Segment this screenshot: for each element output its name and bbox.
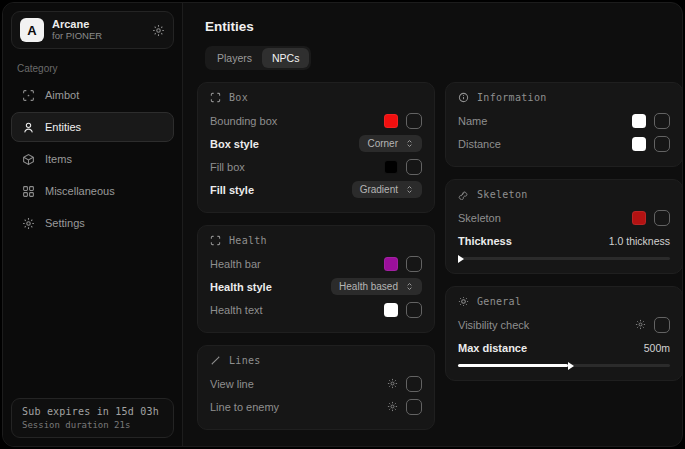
- setting-row: Max distance 500m: [458, 336, 670, 359]
- setting-row: Fill box: [210, 155, 422, 178]
- sun-icon: [458, 296, 469, 307]
- gear-icon[interactable]: [152, 24, 165, 37]
- card-title: Skeleton: [477, 189, 528, 200]
- sidebar-item-settings[interactable]: Settings: [11, 208, 174, 238]
- checkbox[interactable]: [406, 302, 422, 318]
- max-distance-slider[interactable]: [458, 364, 670, 367]
- setting-row: Health bar: [210, 252, 422, 275]
- health-style-dropdown[interactable]: Health based: [331, 278, 422, 295]
- category-label: Category: [17, 63, 168, 74]
- main-panel: Entities Players NPCs Box Bounding box: [183, 3, 683, 446]
- gear-icon[interactable]: [635, 319, 646, 330]
- items-cube-icon: [22, 153, 35, 166]
- gear-icon[interactable]: [387, 401, 398, 412]
- color-swatch[interactable]: [632, 211, 646, 225]
- aimbot-crosshair-icon: [22, 89, 35, 102]
- gear-icon[interactable]: [387, 378, 398, 389]
- setting-row: Fill style Gradient: [210, 178, 422, 201]
- sidebar-item-entities[interactable]: Entities: [11, 112, 174, 142]
- tab-npcs[interactable]: NPCs: [262, 48, 309, 68]
- card-title: Box: [229, 92, 248, 103]
- chevron-up-down-icon: [405, 139, 414, 148]
- subscription-info-card: Sub expires in 15d 03h Session duration …: [11, 398, 174, 438]
- page-title: Entities: [205, 19, 683, 34]
- checkbox[interactable]: [406, 376, 422, 392]
- sub-expiry-text: Sub expires in 15d 03h: [22, 406, 163, 417]
- setting-row: Visibility check: [458, 313, 670, 336]
- checkbox[interactable]: [406, 256, 422, 272]
- diagonal-line-icon: [210, 355, 221, 366]
- skeleton-card: Skeleton Skeleton Thickness 1.0 thicknes…: [445, 179, 683, 274]
- slider-thumb[interactable]: [568, 362, 574, 370]
- entity-tabs: Players NPCs: [205, 46, 311, 70]
- checkbox[interactable]: [654, 136, 670, 152]
- miscellaneous-grid-icon: [22, 185, 35, 198]
- box-card: Box Bounding box Box style Corner: [197, 82, 435, 213]
- settings-gear-icon: [22, 217, 35, 230]
- general-card: General Visibility check Max distance: [445, 286, 683, 381]
- app-window: A Arcane for PIONER Category Aimbot: [2, 2, 683, 447]
- sidebar-item-label: Settings: [45, 217, 85, 229]
- setting-row: Skeleton: [458, 206, 670, 229]
- lines-card: Lines View line Line to enemy: [197, 345, 435, 430]
- tab-players[interactable]: Players: [207, 48, 262, 68]
- color-swatch[interactable]: [384, 114, 398, 128]
- setting-row: Health text: [210, 298, 422, 321]
- color-swatch[interactable]: [384, 303, 398, 317]
- sidebar-nav: Aimbot Entities Items Miscellaneous: [11, 80, 174, 238]
- box-style-dropdown[interactable]: Corner: [359, 135, 422, 152]
- information-icon: [458, 92, 469, 103]
- sidebar-item-items[interactable]: Items: [11, 144, 174, 174]
- checkbox[interactable]: [406, 399, 422, 415]
- corner-brackets-icon: [210, 92, 221, 103]
- checkbox[interactable]: [406, 113, 422, 129]
- card-title: Information: [477, 92, 547, 103]
- health-card: Health Health bar Health style Health ba…: [197, 225, 435, 333]
- thickness-slider[interactable]: [458, 257, 670, 260]
- sidebar-item-label: Entities: [45, 121, 81, 133]
- card-title: Lines: [229, 355, 261, 366]
- fill-style-dropdown[interactable]: Gradient: [352, 181, 422, 198]
- sidebar-item-label: Miscellaneous: [45, 185, 115, 197]
- brand-logo: A: [20, 18, 44, 42]
- setting-row: Thickness 1.0 thickness: [458, 229, 670, 252]
- card-title: Health: [229, 235, 267, 246]
- sidebar: A Arcane for PIONER Category Aimbot: [3, 3, 183, 446]
- corner-brackets-icon: [210, 235, 221, 246]
- checkbox[interactable]: [654, 113, 670, 129]
- checkbox[interactable]: [406, 159, 422, 175]
- color-swatch[interactable]: [632, 114, 646, 128]
- setting-row: Line to enemy: [210, 395, 422, 418]
- sidebar-item-miscellaneous[interactable]: Miscellaneous: [11, 176, 174, 206]
- session-duration-text: Session duration 21s: [22, 420, 163, 430]
- checkbox[interactable]: [654, 210, 670, 226]
- brand-title: Arcane: [52, 18, 144, 31]
- card-title: General: [477, 296, 521, 307]
- checkbox[interactable]: [654, 317, 670, 333]
- entities-icon: [22, 121, 35, 134]
- setting-row: Bounding box: [210, 109, 422, 132]
- brand-card: A Arcane for PIONER: [11, 11, 174, 49]
- color-swatch[interactable]: [384, 257, 398, 271]
- setting-row: Distance: [458, 132, 670, 155]
- slider-value: 500m: [644, 342, 670, 354]
- bone-icon: [458, 189, 469, 200]
- slider-thumb[interactable]: [458, 255, 464, 263]
- setting-row: Box style Corner: [210, 132, 422, 155]
- sidebar-item-label: Aimbot: [45, 89, 79, 101]
- setting-row: View line: [210, 372, 422, 395]
- color-swatch[interactable]: [632, 137, 646, 151]
- information-card: Information Name Distance: [445, 82, 683, 167]
- brand-subtitle: for PIONER: [52, 31, 144, 42]
- setting-row: Health style Health based: [210, 275, 422, 298]
- chevron-up-down-icon: [405, 185, 414, 194]
- chevron-up-down-icon: [405, 282, 414, 291]
- sidebar-item-aimbot[interactable]: Aimbot: [11, 80, 174, 110]
- setting-row: Name: [458, 109, 670, 132]
- slider-value: 1.0 thickness: [609, 235, 670, 247]
- color-swatch[interactable]: [384, 160, 398, 174]
- sidebar-item-label: Items: [45, 153, 72, 165]
